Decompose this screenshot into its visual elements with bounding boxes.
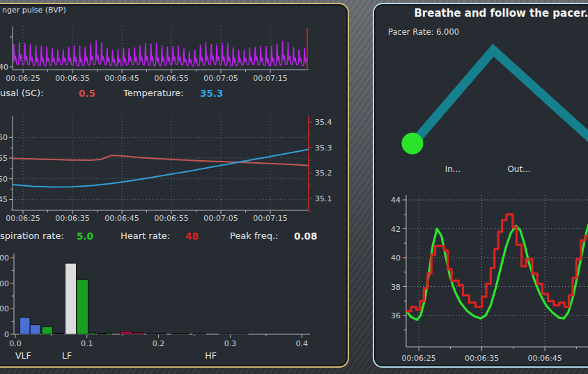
svg-text:40: 40 bbox=[0, 63, 8, 72]
temperature-value: 35.3 bbox=[200, 88, 223, 99]
svg-text:00:06:45: 00:06:45 bbox=[105, 74, 139, 83]
svg-text:000: 000 bbox=[0, 279, 9, 288]
sc-temperature-chart: 00:06:2500:06:3500:06:4500:06:5500:07:05… bbox=[0, 110, 336, 230]
svg-text:42: 42 bbox=[391, 225, 401, 234]
svg-text:40: 40 bbox=[391, 254, 401, 263]
svg-text:0.4: 0.4 bbox=[295, 339, 308, 348]
svg-text:.50: .50 bbox=[0, 175, 8, 184]
svg-text:500: 500 bbox=[0, 254, 9, 263]
pacer-panel-title: Breathe and follow the pacer... bbox=[390, 7, 588, 20]
exhale-label: Out... bbox=[507, 164, 530, 174]
svg-text:00:06:25: 00:06:25 bbox=[6, 214, 40, 223]
arousal-value: 0.5 bbox=[79, 88, 95, 99]
svg-text:00:07:15: 00:07:15 bbox=[253, 74, 287, 83]
svg-text:36: 36 bbox=[391, 311, 401, 320]
svg-text:0.2: 0.2 bbox=[153, 339, 165, 348]
biofeedback-screen: nger pulse (BVP) 00:06:2500:06:3500:06:4… bbox=[0, 0, 588, 374]
svg-text:HF: HF bbox=[205, 350, 217, 361]
bvp-waveform-chart: 00:06:2500:06:3500:06:4500:06:5500:07:05… bbox=[0, 21, 315, 85]
svg-text:35.3: 35.3 bbox=[315, 143, 332, 153]
svg-text:00:07:05: 00:07:05 bbox=[203, 214, 238, 223]
peak-freq-label: Peak freq.: bbox=[230, 231, 278, 241]
frequency-spectrum-chart: 50000050000.00.10.20.30.4VLFLFHF bbox=[0, 245, 336, 371]
peak-freq-value: 0.08 bbox=[294, 231, 317, 242]
temperature-label: Temperature: bbox=[123, 88, 184, 98]
svg-text:00:06:35: 00:06:35 bbox=[55, 214, 89, 223]
breathing-pacer-chart: 363840424400:06:2500:06:3500:06:45 bbox=[382, 189, 588, 372]
svg-text:00:06:25: 00:06:25 bbox=[6, 74, 40, 83]
inhale-label: In... bbox=[445, 164, 461, 174]
svg-text:00:06:45: 00:06:45 bbox=[527, 354, 562, 363]
svg-text:00:06:55: 00:06:55 bbox=[154, 214, 188, 223]
pacer-path bbox=[412, 50, 588, 164]
svg-text:00:06:45: 00:06:45 bbox=[105, 214, 139, 223]
svg-text:35.1: 35.1 bbox=[315, 194, 332, 203]
bvp-chart-title: nger pulse (BVP) bbox=[2, 6, 66, 15]
heart-rate-label: Heart rate: bbox=[121, 231, 170, 241]
svg-text:VLF: VLF bbox=[15, 350, 31, 361]
svg-text:.60: .60 bbox=[0, 133, 8, 142]
svg-text:00:06:55: 00:06:55 bbox=[154, 74, 188, 83]
svg-text:.55: .55 bbox=[0, 154, 8, 163]
svg-text:44: 44 bbox=[391, 196, 401, 205]
heart-rate-value: 48 bbox=[185, 231, 199, 242]
pacer-triangle-display: In... Out... bbox=[382, 38, 588, 186]
svg-text:00:06:25: 00:06:25 bbox=[401, 354, 435, 363]
svg-text:500: 500 bbox=[0, 304, 9, 313]
svg-text:0: 0 bbox=[4, 330, 9, 339]
svg-text:LF: LF bbox=[62, 350, 72, 361]
svg-text:35.4: 35.4 bbox=[315, 118, 332, 127]
svg-text:0.1: 0.1 bbox=[81, 339, 93, 348]
svg-text:0.3: 0.3 bbox=[224, 339, 237, 348]
svg-text:.45: .45 bbox=[0, 195, 8, 204]
svg-text:35.2: 35.2 bbox=[315, 169, 332, 178]
svg-text:38: 38 bbox=[391, 283, 401, 292]
respiration-rate-label: spiration rate: bbox=[0, 231, 64, 241]
pacer-ball bbox=[402, 133, 424, 155]
svg-text:00:06:35: 00:06:35 bbox=[55, 74, 89, 83]
svg-text:00:07:15: 00:07:15 bbox=[253, 214, 287, 223]
svg-text:00:07:05: 00:07:05 bbox=[203, 74, 238, 83]
arousal-label: usal (SC): bbox=[0, 88, 44, 98]
svg-text:00:06:35: 00:06:35 bbox=[465, 354, 499, 363]
respiration-rate-value: 5.0 bbox=[77, 231, 93, 242]
svg-text:0.0: 0.0 bbox=[9, 339, 22, 348]
pacer-rate-text: Pacer Rate: 6.000 bbox=[388, 27, 459, 37]
